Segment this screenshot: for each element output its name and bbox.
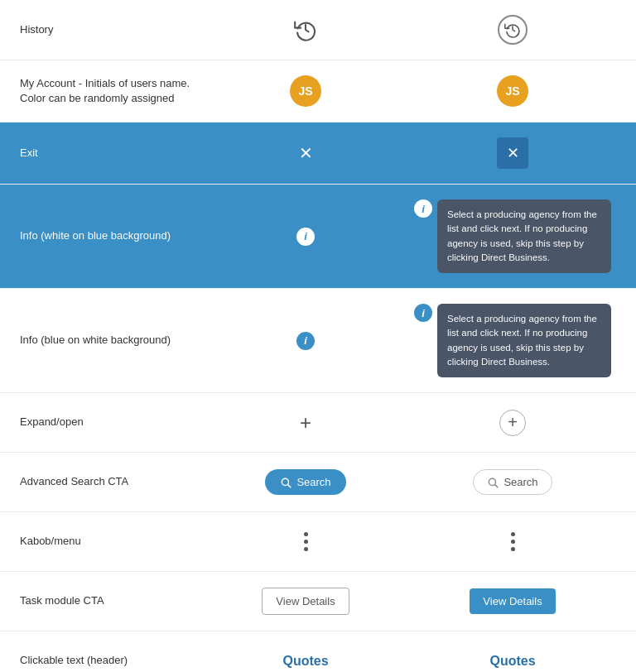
avatar-active[interactable]: JS: [497, 75, 528, 107]
clickable-header-text-active[interactable]: Quotes: [489, 654, 535, 669]
kabob-dot-5: [511, 540, 515, 544]
clickable-header-default-col: Quotes: [202, 654, 409, 669]
info-icon-white[interactable]: i: [296, 228, 315, 246]
exit-default-col: ✕: [202, 143, 409, 163]
clickable-header-text-default[interactable]: Quotes: [282, 654, 328, 669]
exit-row: Exit ✕ ✕: [0, 122, 636, 185]
search-icon-outline: [487, 477, 499, 488]
plus-icon-plain[interactable]: +: [300, 411, 311, 434]
task-module-label: Task module CTA: [20, 593, 202, 608]
info-symbol-3: i: [304, 334, 307, 347]
search-default-col: Search: [202, 469, 409, 495]
search-outline-button[interactable]: Search: [473, 469, 552, 495]
kabob-dot-6: [511, 547, 515, 551]
advanced-search-label: Advanced Search CTA: [20, 474, 202, 489]
kabob-menu-active[interactable]: [508, 529, 518, 554]
kabob-row: Kabob/menu: [0, 512, 636, 572]
expand-default-col: +: [202, 411, 409, 434]
my-account-default-col: JS: [202, 75, 409, 107]
my-account-label: My Account - Initials of users name. Col…: [20, 76, 202, 106]
my-account-row: My Account - Initials of users name. Col…: [0, 60, 636, 122]
view-details-outline-button[interactable]: View Details: [262, 588, 349, 615]
view-details-filled-button[interactable]: View Details: [470, 588, 555, 614]
expand-row: Expand/open + +: [0, 393, 636, 453]
exit-active-col: ✕: [409, 137, 616, 169]
search-icon-filled: [280, 477, 292, 488]
exit-x-boxed[interactable]: ✕: [497, 137, 528, 169]
info-white-row: Info (white on blue background) i i Sele…: [0, 185, 636, 289]
history-icon[interactable]: [294, 18, 317, 41]
history-label: History: [20, 22, 202, 37]
my-account-active-col: JS: [409, 75, 616, 107]
kabob-default-col: [202, 529, 409, 554]
history-icon-circled[interactable]: [498, 15, 528, 45]
exit-label: Exit: [20, 146, 202, 161]
search-filled-button[interactable]: Search: [265, 469, 345, 495]
kabob-menu-default[interactable]: [301, 529, 311, 554]
info-white-label: Info (white on blue background): [20, 228, 202, 243]
info-blue-active-col: i Select a producing agency from the lis…: [409, 304, 616, 377]
history-row: History: [0, 0, 636, 60]
info-blue-label: Info (blue on white background): [20, 333, 202, 348]
tooltip-box-white: Select a producing agency from the list …: [437, 199, 611, 273]
info-symbol: i: [304, 230, 307, 242]
info-tooltip-wrapper-blue: i Select a producing agency from the lis…: [414, 304, 611, 377]
info-blue-default-col: i: [202, 332, 409, 350]
search-btn-label: Search: [296, 476, 330, 488]
task-module-active-col: View Details: [409, 588, 616, 614]
clickable-header-row: Clickable text (header) Quotes Quotes: [0, 631, 636, 672]
history-active-col: [409, 15, 616, 45]
exit-x-icon: ✕: [507, 144, 519, 162]
info-symbol-4: i: [422, 307, 425, 319]
info-symbol-2: i: [422, 203, 425, 215]
exit-x-default[interactable]: ✕: [299, 143, 313, 163]
expand-active-col: +: [409, 410, 616, 436]
kabob-dot-2: [304, 540, 308, 544]
avatar-default[interactable]: JS: [290, 75, 321, 107]
ui-components-table: History My Account - Initials of users n…: [0, 0, 636, 672]
info-icon-blue-default[interactable]: i: [296, 332, 315, 350]
expand-label: Expand/open: [20, 415, 202, 430]
plus-icon-circled[interactable]: +: [499, 410, 526, 436]
info-blue-row: Info (blue on white background) i i Sele…: [0, 289, 636, 393]
info-icon-blue-active[interactable]: i: [414, 304, 432, 322]
search-active-col: Search: [409, 469, 616, 495]
clickable-header-active-col: Quotes: [409, 654, 616, 669]
task-module-row: Task module CTA View Details View Detail…: [0, 572, 636, 631]
tooltip-box-blue: Select a producing agency from the list …: [437, 304, 611, 377]
info-white-default-col: i: [202, 228, 409, 246]
history-default-col: [202, 18, 409, 41]
kabob-active-col: [409, 529, 616, 554]
info-tooltip-wrapper-white: i Select a producing agency from the lis…: [414, 199, 611, 273]
info-white-active-col: i Select a producing agency from the lis…: [409, 199, 616, 273]
kabob-label: Kabob/menu: [20, 534, 202, 549]
search-btn-outline-label: Search: [504, 476, 537, 488]
kabob-dot-3: [304, 547, 308, 551]
advanced-search-row: Advanced Search CTA Search Search: [0, 453, 636, 512]
svg-line-1: [288, 484, 291, 487]
kabob-dot-1: [304, 532, 308, 536]
task-module-default-col: View Details: [202, 588, 409, 615]
info-icon-white-active[interactable]: i: [414, 199, 432, 218]
kabob-dot-4: [511, 532, 515, 536]
clickable-header-label: Clickable text (header): [20, 653, 202, 668]
svg-line-3: [495, 484, 498, 487]
